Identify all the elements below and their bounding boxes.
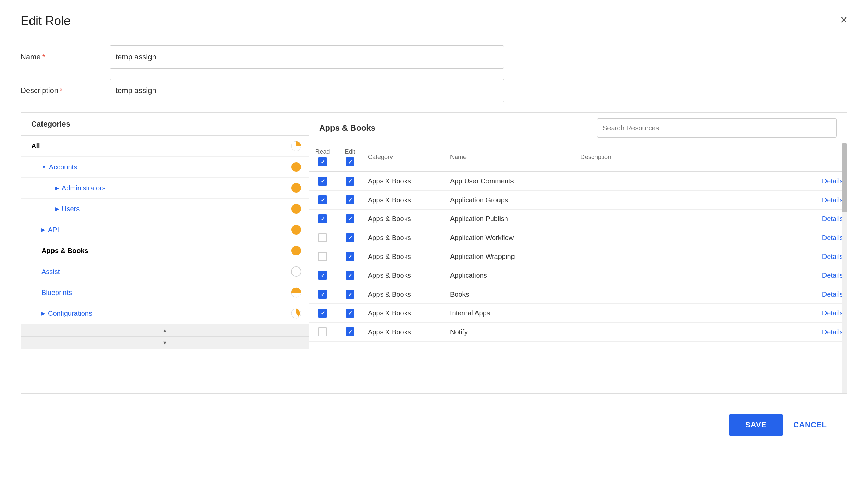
- category-item-apps-books[interactable]: Apps & Books: [21, 241, 308, 261]
- category-icon-users: [291, 203, 302, 214]
- search-resources-input[interactable]: [597, 118, 837, 138]
- col-header-read: Read: [309, 143, 336, 171]
- category-icon-api: [291, 224, 302, 235]
- edit-checkbox-4[interactable]: [346, 233, 355, 242]
- details-link-9[interactable]: Details: [822, 328, 843, 336]
- name-input[interactable]: [110, 45, 504, 68]
- edit-checkbox-8[interactable]: [346, 309, 355, 318]
- col-header-category: Category: [364, 143, 446, 171]
- edit-checkbox-7[interactable]: [346, 290, 355, 299]
- category-label-accounts: ▼Accounts: [42, 163, 77, 171]
- details-link-8[interactable]: Details: [822, 309, 843, 317]
- cell-actions-5: Details: [799, 247, 847, 266]
- cell-read-4: [309, 228, 336, 247]
- read-checkbox-7[interactable]: [318, 290, 327, 299]
- cell-edit-6: [336, 266, 364, 285]
- category-item-api[interactable]: ▶API: [21, 220, 308, 241]
- table-scrollbar-thumb[interactable]: [842, 143, 847, 212]
- details-link-5[interactable]: Details: [822, 253, 843, 260]
- cancel-button[interactable]: CANCEL: [793, 420, 827, 429]
- cell-name-6: Applications: [446, 266, 576, 285]
- details-link-1[interactable]: Details: [822, 177, 843, 185]
- save-button[interactable]: SAVE: [729, 414, 783, 436]
- cell-edit-7: [336, 285, 364, 304]
- category-item-blueprints[interactable]: Blueprints: [21, 282, 308, 303]
- cell-name-3: Application Publish: [446, 210, 576, 228]
- cell-category-9: Apps & Books: [364, 323, 446, 342]
- details-link-2[interactable]: Details: [822, 196, 843, 204]
- col-header-edit: Edit: [336, 143, 364, 171]
- description-input[interactable]: [110, 79, 504, 102]
- category-icon-assist: [291, 266, 302, 277]
- cell-actions-2: Details: [799, 191, 847, 210]
- header-edit-checkbox[interactable]: [346, 157, 355, 166]
- header-read-checkbox[interactable]: [318, 157, 327, 166]
- table-row: Apps & Books Internal Apps Details: [309, 304, 847, 323]
- resources-table-body: Apps & Books App User Comments Details A…: [309, 171, 847, 342]
- chevron-right-icon: ▶: [55, 185, 59, 191]
- resources-table: Read Edit: [309, 143, 847, 342]
- category-label-api: ▶API: [42, 226, 59, 234]
- category-item-administrators[interactable]: ▶Administrators: [21, 178, 308, 199]
- category-item-accounts[interactable]: ▼Accounts: [21, 157, 308, 178]
- edit-checkbox-2[interactable]: [346, 195, 355, 204]
- table-header-row: Read Edit: [309, 143, 847, 171]
- cell-actions-1: Details: [799, 171, 847, 191]
- svg-point-3: [291, 204, 301, 214]
- edit-checkbox-5[interactable]: [346, 252, 355, 261]
- cell-read-3: [309, 210, 336, 228]
- category-item-all[interactable]: All: [21, 136, 308, 157]
- cell-edit-2: [336, 191, 364, 210]
- cell-edit-3: [336, 210, 364, 228]
- read-checkbox-8[interactable]: [318, 309, 327, 318]
- category-icon-apps-books: [291, 245, 302, 256]
- details-link-6[interactable]: Details: [822, 271, 843, 279]
- cell-category-2: Apps & Books: [364, 191, 446, 210]
- category-item-users[interactable]: ▶Users: [21, 199, 308, 220]
- cell-description-8: [576, 304, 799, 323]
- cell-edit-8: [336, 304, 364, 323]
- cell-name-2: Application Groups: [446, 191, 576, 210]
- categories-panel: Categories All ▼Accounts: [21, 113, 309, 393]
- cell-read-1: [309, 171, 336, 191]
- cell-description-6: [576, 266, 799, 285]
- table-row: Apps & Books Application Workflow Detail…: [309, 228, 847, 247]
- details-link-4[interactable]: Details: [822, 234, 843, 242]
- read-checkbox-6[interactable]: [318, 271, 327, 280]
- chevron-right-icon-users: ▶: [55, 206, 59, 212]
- cell-description-7: [576, 285, 799, 304]
- svg-point-6: [291, 267, 301, 276]
- close-button[interactable]: ×: [840, 14, 847, 26]
- table-row: Apps & Books Application Wrapping Detail…: [309, 247, 847, 266]
- read-checkbox-2[interactable]: [318, 195, 327, 204]
- cell-description-1: [576, 171, 799, 191]
- table-scrollbar[interactable]: [842, 143, 847, 393]
- col-header-description: Description: [576, 143, 799, 171]
- read-checkbox-1[interactable]: [318, 177, 327, 185]
- edit-checkbox-6[interactable]: [346, 271, 355, 280]
- cell-name-9: Notify: [446, 323, 576, 342]
- category-item-configurations[interactable]: ▶Configurations: [21, 303, 308, 324]
- edit-checkbox-3[interactable]: [346, 214, 355, 223]
- cell-actions-9: Details: [799, 323, 847, 342]
- read-checkbox-4[interactable]: [318, 233, 327, 242]
- cell-category-6: Apps & Books: [364, 266, 446, 285]
- cell-name-5: Application Wrapping: [446, 247, 576, 266]
- details-link-3[interactable]: Details: [822, 215, 843, 223]
- edit-checkbox-1[interactable]: [346, 177, 355, 185]
- edit-role-modal: Edit Role × Name* Description* Categorie…: [0, 0, 868, 501]
- right-panel: Apps & Books Read: [309, 113, 847, 393]
- categories-scroll-up[interactable]: ▲: [21, 324, 308, 337]
- cell-actions-3: Details: [799, 210, 847, 228]
- cell-description-3: [576, 210, 799, 228]
- read-checkbox-5[interactable]: [318, 252, 327, 261]
- edit-checkbox-9[interactable]: [346, 328, 355, 337]
- cell-read-2: [309, 191, 336, 210]
- footer: SAVE CANCEL: [21, 401, 847, 449]
- read-checkbox-9[interactable]: [318, 328, 327, 337]
- details-link-7[interactable]: Details: [822, 290, 843, 298]
- categories-scroll-down[interactable]: ▼: [21, 337, 308, 349]
- category-item-assist[interactable]: Assist: [21, 261, 308, 282]
- read-checkbox-3[interactable]: [318, 214, 327, 223]
- right-panel-header: Apps & Books: [309, 113, 847, 143]
